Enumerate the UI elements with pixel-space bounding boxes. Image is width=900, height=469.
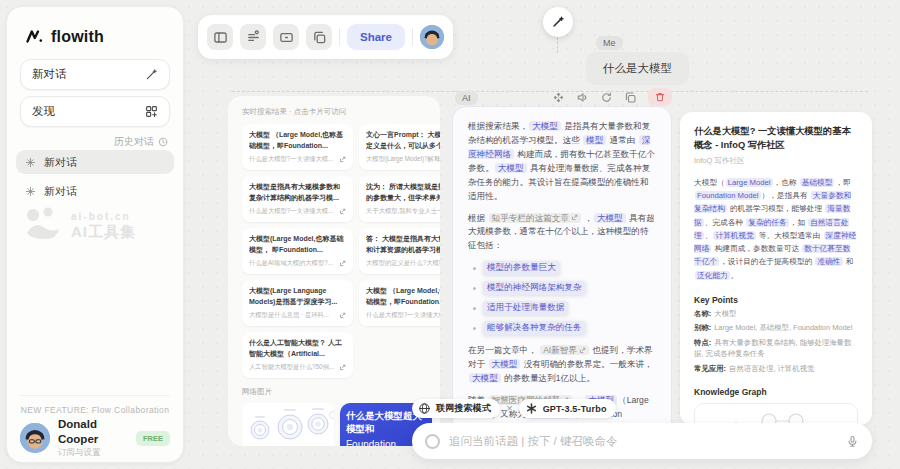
answer-paragraph: 根据 知乎专栏的这篇文章 ，大模型 具有超大规模参数，通常在十亿个以上，这种模型…	[468, 212, 656, 254]
highlight-term[interactable]: 模型的神经网络架构复杂	[483, 281, 586, 295]
highlight-term[interactable]: 计算机视觉	[713, 231, 755, 240]
search-result-card[interactable]: 大模型 （Large Model,也称基础模型，即Foundation...什么…	[359, 280, 440, 326]
result-title: 大模型是指具有大规模参数和复杂计算结构的机器学习模...	[249, 182, 346, 203]
key-point-value: 大模型	[714, 309, 736, 318]
input-status-ring-icon	[425, 434, 440, 449]
new-chat-button[interactable]: 新对话	[20, 59, 170, 90]
delete-node-icon[interactable]	[648, 88, 672, 106]
external-link-icon	[339, 208, 346, 215]
highlight-term[interactable]: Large Model	[726, 178, 773, 187]
highlight-term[interactable]: 基础模型	[800, 178, 835, 187]
text-segment: 通常由	[607, 135, 638, 145]
search-result-card[interactable]: 大模型 （Large Model,也称基础模型，即Foundation...什么…	[242, 124, 353, 170]
regenerate-icon[interactable]	[600, 91, 613, 104]
key-point-row: 特点:具有大量参数和复杂结构, 能够处理海量数据, 完成各种复杂任务	[694, 337, 858, 360]
sidebar-divider	[20, 395, 170, 396]
text-segment: ，设计目的在于提高模型的	[720, 257, 814, 266]
result-title: 大模型(Large Model,也称基础模型， 即Foundation...	[249, 234, 346, 255]
node-connector-horizontal	[232, 91, 868, 92]
search-result-card[interactable]: 答： 大模型是指具有大量参数和计算资源的机器学习模型...大模型的定义是什么?大…	[359, 228, 440, 274]
external-link-icon	[339, 312, 346, 319]
search-result-card[interactable]: 大模型(Large Language Models)是指基于深度学习...大模型…	[242, 280, 353, 326]
copy-node-icon[interactable]	[624, 91, 637, 104]
highlight-term[interactable]: 模型的参数量巨大	[483, 261, 560, 275]
knowledge-graph-preview[interactable]: Click to View	[694, 403, 858, 425]
key-point-row: 名称:大模型	[694, 308, 858, 319]
search-results-grid: 大模型 （Large Model,也称基础模型，即Foundation...什么…	[242, 124, 426, 378]
highlight-term[interactable]: Foundation Model	[695, 191, 761, 200]
toolbar-avatar[interactable]	[420, 25, 444, 49]
question-node[interactable]: 什么是大模型	[586, 52, 689, 85]
search-result-card[interactable]: 什么是人工智能大模型？ 人工智能大模型（Artificial...人工智能大模型…	[242, 332, 353, 378]
knowledge-graph-heading: Knowledge Graph	[694, 387, 858, 397]
highlight-term[interactable]: 模型	[583, 135, 606, 145]
share-button[interactable]: Share	[347, 24, 405, 50]
new-chat-label: 新对话	[32, 67, 67, 82]
search-result-card[interactable]: 文心一言Prompt： 大模型的定义是什么，可以从多个角度...大模型(Larg…	[359, 124, 440, 170]
bullet-item: 模型的神经网络架构复杂	[473, 281, 656, 295]
bullet-dot	[473, 267, 476, 270]
result-image-diagram[interactable]	[242, 403, 334, 446]
key-points-heading: Key Points	[694, 295, 858, 305]
result-title: 大模型 （Large Model,也称基础模型，即Foundation...	[366, 286, 440, 307]
model-selector-chip[interactable]: GPT-3.5-Turbo	[519, 399, 616, 418]
result-title: 沈为： 所谓大模型就是指模型的参数量大，但学术界并没...	[366, 182, 440, 203]
read-aloud-icon[interactable]	[576, 91, 589, 104]
highlight-term[interactable]: 泛化能力	[695, 271, 730, 280]
remove-mode-icon[interactable]: ×	[506, 403, 512, 414]
reader-panel[interactable]: 什么是大模型? 一文读懂大模型的基本概念 - InfoQ 写作社区 InfoQ …	[680, 112, 872, 425]
highlight-term[interactable]: 大模型	[469, 373, 501, 383]
discover-button[interactable]: 发现	[20, 96, 170, 127]
web-search-mode-chip[interactable]: 联网搜索模式	[412, 399, 500, 418]
highlight-term[interactable]: 准确性	[815, 257, 842, 266]
highlight-term[interactable]: 适用于处理海量数据	[483, 301, 568, 315]
highlight-term[interactable]: 大模型	[529, 121, 561, 131]
inline-source-link[interactable]: 知乎专栏的这篇文章	[489, 213, 581, 223]
message-input-bar[interactable]: 追问当前话题 | 按下 / 键召唤命令	[412, 423, 872, 459]
text-segment: 的机器学习模型，能够处理	[728, 204, 825, 213]
history-header[interactable]: 历史对话	[114, 135, 168, 149]
text-segment: ），是指具有	[762, 191, 810, 200]
highlight-term[interactable]: 能够解决各种复杂的任务	[483, 321, 586, 335]
highlight-term[interactable]: 大模型	[594, 213, 626, 223]
search-result-card[interactable]: 大模型是指具有大规模参数和复杂计算结构的机器学习模...什么是大模型?一文读懂大…	[242, 176, 353, 222]
history-item-2[interactable]: 新对话	[16, 179, 174, 203]
openai-logo-icon	[525, 402, 538, 415]
user-account-row[interactable]: Donald Cooper 订阅与设置 FREE	[20, 421, 170, 455]
text-segment: 没有明确的参数界定。一般来讲，	[521, 359, 652, 369]
user-name: Donald Cooper	[58, 417, 128, 447]
user-subtitle: 订阅与设置	[58, 447, 128, 459]
sparkle-icon	[25, 157, 36, 168]
bullet-item: 能够解决各种复杂的任务	[473, 321, 656, 335]
external-link-icon	[339, 260, 346, 267]
new-node-wand-button[interactable]	[543, 7, 573, 37]
key-point-label: 常见应用:	[694, 364, 726, 373]
me-node-label: Me	[596, 36, 623, 50]
text-segment: 根据搜索结果，	[468, 121, 528, 131]
inline-source-link[interactable]: AI新智界	[540, 345, 589, 355]
search-result-card[interactable]: 沈为： 所谓大模型就是指模型的参数量大，但学术界并没...关于大模型,我和专业人…	[359, 176, 440, 222]
text-segment: ，	[582, 213, 593, 223]
text-segment: 大模型（	[694, 178, 725, 187]
microphone-icon[interactable]	[846, 435, 859, 448]
free-plan-badge: FREE	[136, 431, 170, 446]
key-point-row: 别称:Large Model, 基础模型, Foundation Model	[694, 322, 858, 333]
focus-node-icon[interactable]	[552, 91, 565, 104]
toggle-sidebar-button[interactable]	[207, 24, 233, 50]
sidebar: flowith 新对话 发现 历史对话 新对话 新对话 ai-bot.cn AI…	[6, 6, 184, 463]
highlight-term[interactable]: 大模型	[489, 359, 521, 369]
presentation-button[interactable]	[273, 24, 299, 50]
feature-banner: NEW FEATURE: Flow Collaboration	[7, 405, 183, 415]
duplicate-button[interactable]	[306, 24, 332, 50]
watermark-line2: AI工具集	[71, 223, 136, 242]
input-mode-chips: 联网搜索模式 × GPT-3.5-Turbo	[412, 399, 616, 418]
text-segment: 根据	[468, 213, 488, 223]
text-segment: 、	[705, 231, 713, 240]
search-result-card[interactable]: 大模型(Large Model,也称基础模型， 即Foundation...什么…	[242, 228, 353, 274]
highlight-term[interactable]: 大模型	[495, 163, 527, 173]
history-item-1[interactable]: 新对话	[16, 150, 174, 174]
highlight-term[interactable]: 复杂的任务	[746, 218, 788, 227]
result-source: 关于大模型,我和专业人士一...	[366, 207, 440, 216]
flow-list-button[interactable]	[240, 24, 266, 50]
result-title: 大模型 （Large Model,也称基础模型，即Foundation...	[249, 130, 346, 151]
